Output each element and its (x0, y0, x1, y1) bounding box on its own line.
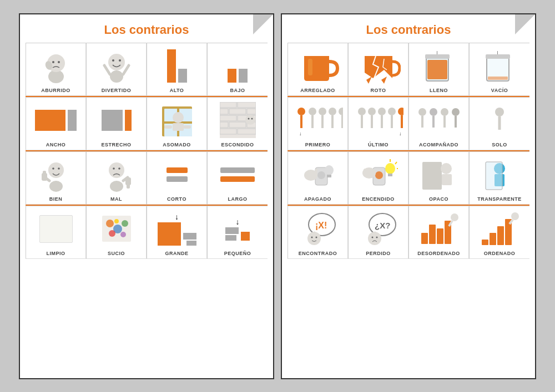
cell-desordenado: DESORDENADO (408, 206, 469, 259)
cell-roto: ROTO (348, 43, 408, 96)
p2-row-2: ↓ (287, 97, 529, 151)
cell-solo: SOLO (469, 97, 529, 150)
vacio-icon: ↓ (480, 48, 519, 84)
label-acompanado: ACOMPAÑADO (419, 142, 458, 147)
svg-point-99 (495, 108, 504, 116)
svg-point-52 (122, 220, 128, 227)
label-sucio: SUCIO (108, 251, 125, 256)
rect-narrow-gray (68, 110, 77, 131)
svg-text:↓: ↓ (399, 131, 402, 136)
lleno-icon: ↓ (420, 48, 458, 84)
svg-text:¿X?: ¿X? (375, 221, 390, 230)
svg-text:↓: ↓ (299, 131, 302, 136)
label-ultimo: ÚLTIMO (368, 142, 389, 147)
row-1: ABURRIDO (26, 43, 268, 97)
p2-row-4: ¡X! ENCONTRADO (287, 206, 529, 259)
arrow-down-pequeno: ↓ (236, 217, 240, 226)
svg-point-102 (317, 171, 325, 179)
svg-point-112 (385, 163, 395, 174)
svg-point-84 (378, 108, 386, 115)
cell-transparente: TRANSPARENTE (469, 151, 529, 205)
mal-icon (100, 156, 133, 192)
sq-lg-2 (225, 235, 236, 241)
svg-point-7 (112, 59, 114, 62)
label-encendido: ENCENDIDO (362, 196, 395, 202)
label-estrecho: ESTRECHO (101, 142, 131, 147)
svg-point-36 (48, 162, 64, 178)
svg-point-93 (430, 108, 437, 116)
svg-rect-63 (425, 54, 450, 59)
svg-rect-16 (173, 123, 184, 131)
sq-sm-2 (186, 241, 196, 246)
opaco-icon (420, 156, 458, 192)
svg-line-10 (123, 65, 129, 74)
page-2: Los contrarios ARR (281, 13, 536, 379)
label-primero: PRIMERO (305, 142, 331, 147)
label-vacio: VACÍO (491, 88, 508, 93)
svg-rect-113 (388, 174, 392, 176)
row-4: LIMPIO (26, 206, 268, 259)
cell-pequeno: ↓ PEQUEÑO (207, 206, 268, 259)
cell-corto: CORTO (147, 151, 207, 205)
svg-point-33 (248, 118, 249, 120)
svg-point-134 (371, 237, 373, 238)
svg-point-34 (251, 118, 253, 120)
sq-sm-1 (183, 233, 196, 240)
row-3: BIEN (26, 151, 268, 206)
encontrado-icon: ¡X! (299, 211, 337, 247)
cell-vacio: ↓ VACÍO (469, 43, 529, 96)
svg-rect-56 (308, 59, 312, 75)
cell-aburrido: ABURRIDO (26, 43, 86, 96)
label-pequeno: PEQUEÑO (224, 251, 251, 256)
label-bajo: BAJO (230, 88, 245, 93)
bars-bajo (228, 49, 248, 83)
svg-point-91 (418, 108, 426, 116)
roto-icon (356, 48, 401, 84)
page1-title: Los contrarios (26, 23, 268, 37)
svg-point-45 (118, 167, 120, 170)
svg-point-54 (120, 232, 126, 237)
svg-rect-119 (442, 174, 452, 185)
svg-point-109 (375, 171, 383, 179)
svg-point-2 (52, 61, 54, 63)
svg-rect-18 (183, 125, 191, 129)
sucio-icon (100, 213, 133, 244)
label-bien: BIEN (49, 196, 63, 202)
cell-ordenado: ORDENADO (469, 206, 529, 259)
cell-grande: ↓ GRANDE (147, 206, 207, 259)
svg-point-69 (297, 108, 305, 115)
cell-acompanado: ACOMPAÑADO (408, 97, 469, 150)
svg-point-44 (113, 167, 115, 170)
svg-point-5 (110, 70, 123, 83)
label-alto: ALTO (170, 88, 184, 93)
rect-thin-orange (125, 110, 132, 131)
desordenado-icon (417, 211, 461, 247)
square-small-orange (241, 232, 250, 241)
svg-rect-62 (427, 60, 447, 79)
svg-point-38 (58, 167, 60, 170)
line-long-gray (220, 167, 255, 173)
label-asomado: ASOMADO (163, 142, 191, 147)
cell-limpio: LIMPIO (26, 206, 86, 259)
cell-escondido: ESCONDIDO (207, 97, 268, 150)
square-big-orange (158, 222, 181, 246)
label-aburrido: ABURRIDO (41, 88, 70, 93)
rect-medium-gray (102, 110, 123, 131)
p2-row-1: ARREGLADO (287, 43, 529, 97)
svg-point-135 (376, 237, 377, 238)
svg-rect-41 (43, 171, 46, 175)
svg-point-35 (49, 181, 63, 192)
svg-point-97 (452, 108, 460, 116)
acompanado-icon (414, 102, 464, 138)
cell-perdido: ¿X? PERDIDO (348, 206, 408, 259)
cell-encontrado: ¡X! ENCONTRADO (287, 206, 348, 259)
label-corto: CORTO (167, 196, 186, 202)
svg-point-106 (325, 165, 334, 175)
rect-wide-orange (35, 110, 65, 131)
label-ordenado: ORDENADO (484, 251, 516, 256)
bar-short-g (239, 69, 248, 83)
line-short-gray (167, 176, 188, 182)
svg-rect-67 (488, 77, 508, 80)
bar-tall (167, 49, 176, 83)
svg-point-6 (108, 54, 125, 70)
